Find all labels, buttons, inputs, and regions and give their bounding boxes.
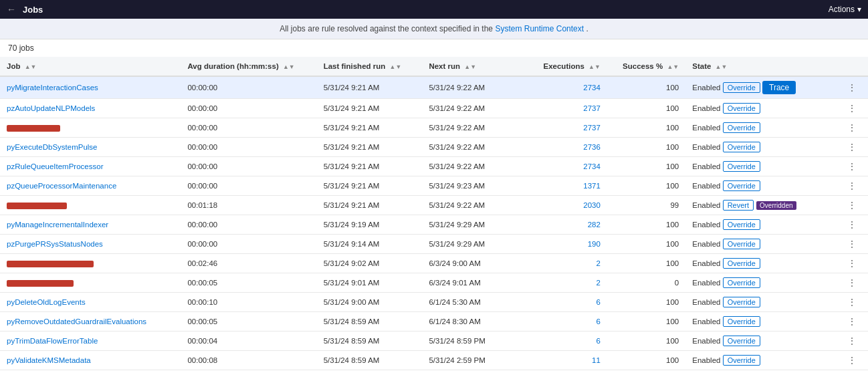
job-link[interactable]: pyManageIncrementalIndexer xyxy=(7,221,108,229)
executions-link[interactable]: 2 xyxy=(596,279,600,287)
next-run: 5/31/24 9:22 AM xyxy=(422,138,528,157)
actions-button[interactable]: Actions ▾ xyxy=(829,5,861,14)
row-menu-button[interactable]: ⋮ xyxy=(845,161,859,172)
row-menu-cell: ⋮ xyxy=(837,235,868,254)
state-label: Enabled xyxy=(692,221,722,229)
executions-link[interactable]: 6 xyxy=(596,337,600,345)
override-button[interactable]: Override xyxy=(723,239,760,249)
table-row: pyManageIncrementalIndexer00:00:005/31/2… xyxy=(0,215,868,235)
system-runtime-context-link[interactable]: System Runtime Context xyxy=(495,24,584,33)
success-pct: 100 xyxy=(607,312,685,332)
row-menu-button[interactable]: ⋮ xyxy=(845,122,859,133)
row-menu-button[interactable]: ⋮ xyxy=(845,239,859,249)
back-button[interactable]: ← xyxy=(7,4,16,15)
override-button[interactable]: Override xyxy=(723,122,760,133)
row-menu-button[interactable]: ⋮ xyxy=(845,258,859,269)
row-menu-button[interactable]: ⋮ xyxy=(845,200,859,211)
row-menu-button[interactable]: ⋮ xyxy=(845,219,859,230)
executions-link[interactable]: 1371 xyxy=(583,182,601,190)
avg-duration: 00:00:00 xyxy=(181,99,316,118)
executions: 2734 xyxy=(528,157,607,176)
avg-duration: 00:00:04 xyxy=(181,332,316,351)
row-menu-cell: ⋮ xyxy=(837,351,868,370)
row-menu-button[interactable]: ⋮ xyxy=(845,180,859,191)
override-button[interactable]: Override xyxy=(723,355,760,366)
job-link[interactable]: pyTrimDataFlowErrorTable xyxy=(7,337,98,345)
row-menu-button[interactable]: ⋮ xyxy=(845,316,859,327)
row-menu-button[interactable]: ⋮ xyxy=(845,82,859,93)
override-button[interactable]: Override xyxy=(723,142,760,152)
executions: 282 xyxy=(528,215,607,235)
override-button[interactable]: Override xyxy=(723,258,760,269)
sort-icon-job: ▲▼ xyxy=(25,63,37,70)
job-link[interactable]: pyRemoveOutdatedGuardrailEvaluations xyxy=(7,317,146,325)
executions-link[interactable]: 6 xyxy=(596,298,600,306)
override-button[interactable]: Override xyxy=(723,277,760,288)
state-label: Enabled xyxy=(692,84,722,92)
trace-popup[interactable]: Trace xyxy=(762,81,796,94)
job-link[interactable]: pyMigrateInteractionCases xyxy=(7,84,98,92)
executions-link[interactable]: 2737 xyxy=(583,124,601,132)
executions-link[interactable]: 2734 xyxy=(583,84,601,92)
info-period: . xyxy=(586,24,588,33)
override-button[interactable]: Override xyxy=(723,297,760,307)
executions-link[interactable]: 11 xyxy=(592,356,601,364)
row-menu-cell: ⋮ xyxy=(837,196,868,215)
col-header-state[interactable]: State ▲▼ xyxy=(685,57,836,76)
redacted-job-name xyxy=(7,261,94,267)
col-header-job[interactable]: Job ▲▼ xyxy=(0,57,181,76)
job-link[interactable]: pyValidateKMSMetadata xyxy=(7,356,91,364)
col-header-last[interactable]: Last finished run ▲▼ xyxy=(317,57,423,76)
executions-link[interactable]: 190 xyxy=(588,240,601,248)
table-row: 00:00:055/31/24 9:01 AM6/3/24 9:01 AM20E… xyxy=(0,273,868,293)
override-button[interactable]: Override xyxy=(723,219,760,230)
row-menu-button[interactable]: ⋮ xyxy=(845,142,859,152)
row-menu-button[interactable]: ⋮ xyxy=(845,355,859,366)
executions-link[interactable]: 6 xyxy=(596,317,600,325)
sort-icon-success: ▲▼ xyxy=(667,63,679,70)
job-link[interactable]: pyDeleteOldLogEvents xyxy=(7,298,86,306)
executions-link[interactable]: 2736 xyxy=(583,143,601,151)
executions-link[interactable]: 2734 xyxy=(583,162,601,170)
override-button[interactable]: Override xyxy=(723,161,760,172)
job-link[interactable]: pyExecuteDbSystemPulse xyxy=(7,143,98,151)
override-button[interactable]: Override xyxy=(723,180,760,191)
row-menu-cell: ⋮ xyxy=(837,293,868,312)
job-link[interactable]: pzPurgePRSysStatusNodes xyxy=(7,240,103,248)
state-label: Enabled xyxy=(692,298,722,306)
job-link[interactable]: pzAutoUpdateNLPModels xyxy=(7,104,95,112)
row-menu-button[interactable]: ⋮ xyxy=(845,103,859,114)
jobs-table: Job ▲▼ Avg duration (hh:mm:ss) ▲▼ Last f… xyxy=(0,57,868,370)
col-header-exec[interactable]: Executions ▲▼ xyxy=(528,57,607,76)
next-run: 5/31/24 9:22 AM xyxy=(422,157,528,176)
col-header-avg[interactable]: Avg duration (hh:mm:ss) ▲▼ xyxy=(181,57,316,76)
row-menu-button[interactable]: ⋮ xyxy=(845,297,859,307)
row-menu-button[interactable]: ⋮ xyxy=(845,336,859,346)
executions-link[interactable]: 2 xyxy=(596,259,600,267)
avg-duration: 00:00:00 xyxy=(181,76,316,99)
override-button[interactable]: Override xyxy=(723,103,760,114)
job-link[interactable]: pzRuleQueueItemProcessor xyxy=(7,162,103,170)
executions-link[interactable]: 282 xyxy=(588,221,601,229)
avg-duration: 00:00:00 xyxy=(181,235,316,254)
override-button[interactable]: Override xyxy=(723,336,760,346)
row-menu-cell: ⋮ xyxy=(837,157,868,176)
col-header-next[interactable]: Next run ▲▼ xyxy=(422,57,528,76)
last-finished: 5/31/24 9:14 AM xyxy=(317,235,423,254)
row-menu-button[interactable]: ⋮ xyxy=(845,277,859,288)
avg-duration: 00:00:00 xyxy=(181,176,316,196)
revert-button[interactable]: Revert xyxy=(723,200,754,211)
row-menu-cell: ⋮ xyxy=(837,254,868,273)
sort-icon-exec: ▲▼ xyxy=(588,63,601,70)
executions-link[interactable]: 2030 xyxy=(583,201,601,209)
job-link[interactable]: pzQueueProcessorMaintenance xyxy=(7,182,116,190)
col-header-success[interactable]: Success % ▲▼ xyxy=(607,57,685,76)
jobs-table-container: Job ▲▼ Avg duration (hh:mm:ss) ▲▼ Last f… xyxy=(0,57,868,386)
actions-label: Actions xyxy=(829,5,855,14)
next-run: 5/31/24 9:22 AM xyxy=(422,99,528,118)
success-pct: 99 xyxy=(607,196,685,215)
executions-link[interactable]: 2737 xyxy=(583,104,601,112)
override-button[interactable]: Override xyxy=(723,316,760,327)
override-button[interactable]: Override xyxy=(723,82,760,93)
success-pct: 100 xyxy=(607,138,685,157)
